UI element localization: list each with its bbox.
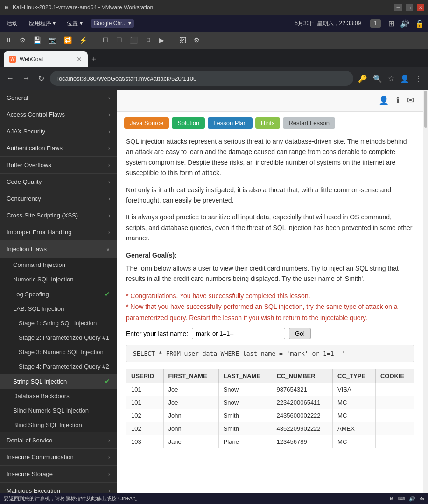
query-display: SELECT * FROM user_data WHERE last_name … [126,345,414,362]
sidebar-sub-item-lab-sql[interactable]: LAB: SQL Injection [0,301,117,316]
new-tab-button[interactable]: + [88,53,100,66]
sidebar-sub-item-log-spoofing[interactable]: Log Spoofing ✔ [0,287,117,301]
sidebar-sub-item-command-injection[interactable]: Command Injection [0,258,117,272]
para1: SQL injection attacks represent a seriou… [126,136,414,178]
sidebar-sub-item-numeric-sql[interactable]: Numeric SQL Injection [0,272,117,287]
sidebar-sub-item-string-sql[interactable]: String SQL Injection ✔ [0,374,117,389]
sidebar-item-denial-of-service[interactable]: Denial of Service › [0,432,117,449]
content-body: SQL injection attacks represent a seriou… [117,133,423,456]
solution-button[interactable]: Solution [172,117,205,129]
table-cell: 103 [126,435,164,448]
hints-button[interactable]: Hints [255,117,281,129]
reload-button[interactable]: ↻ [35,71,47,86]
close-button[interactable]: ✕ [417,4,424,11]
mail-icon[interactable]: ✉ [405,93,416,107]
completed-icon: ✔ [105,290,110,298]
vm-btn4[interactable]: ⚡ [77,35,89,46]
search-icon[interactable]: 🔍 [371,72,384,85]
browser-tab-webgoat[interactable]: W WebGoat ✕ [4,51,88,67]
sidebar-item-cross-site-scripting[interactable]: Cross-Site Scripting (XSS) › [0,207,117,224]
results-table: USERID FIRST_NAME LAST_NAME CC_NUMBER CC… [126,369,414,448]
restart-lesson-button[interactable]: Restart Lesson [283,117,335,129]
sidebar-sub-item-database-backdoors[interactable]: Database Backdoors [0,389,117,403]
sidebar-item-insecure-storage[interactable]: Insecure Storage › [0,466,117,483]
lesson-plan-button[interactable]: Lesson Plan [208,117,253,129]
vm-btn7[interactable]: ⬛ [128,35,140,46]
col-ccnumber: CC_NUMBER [272,369,332,383]
col-firstname: FIRST_NAME [163,369,218,383]
sidebar-sub-item-blind-numeric[interactable]: Blind Numeric SQL Injection [0,403,117,418]
table-cell: Smith [218,409,272,422]
sidebar-item-malicious-execution[interactable]: Malicious Execution › [0,483,117,493]
table-cell: Snow [218,383,272,396]
scrollbar[interactable] [423,90,428,493]
bookmark-icon[interactable]: ☆ [386,72,396,85]
user-icon[interactable]: 👤 [377,93,391,107]
sidebar-item-insecure-communication[interactable]: Insecure Communication › [0,449,117,466]
profile-icon[interactable]: 👤 [398,72,411,85]
sidebar-item-concurrency[interactable]: Concurrency › [0,190,117,207]
sidebar-item-injection-flaws[interactable]: Injection Flaws ∨ [0,241,117,258]
taskbar-location[interactable]: 位置 ▾ [64,19,85,28]
status-icon2: ⌨ [398,496,405,502]
vm-btn11[interactable]: ⚙ [192,35,202,46]
table-cell: MC [333,435,376,448]
table-row: 101JoeSnow987654321VISA [126,383,414,396]
vm-btn6[interactable]: ☐ [114,35,124,46]
table-cell: Snow [218,396,272,409]
sidebar-sub-item-blind-string[interactable]: Blind String SQL Injection [0,418,117,432]
info-icon[interactable]: ℹ [394,93,401,107]
status-icon4: 🖧 [419,496,424,501]
sidebar-item-access-control-flaws[interactable]: Access Control Flaws › [0,106,117,123]
taskbar-activity[interactable]: 活动 [4,19,21,28]
sidebar-sub-item-stage1[interactable]: Stage 1: String SQL Injection [0,316,117,330]
table-cell [375,409,414,422]
forward-button[interactable]: → [20,71,33,85]
sidebar-sub-item-stage2[interactable]: Stage 2: Parameterized Query #1 [0,330,117,345]
chevron-icon: › [108,488,110,493]
chevron-icon: › [108,471,110,477]
sidebar-item-code-quality[interactable]: Code Quality › [0,174,117,190]
maximize-button[interactable]: □ [406,4,413,11]
sidebar-sub-item-stage3[interactable]: Stage 3: Numeric SQL Injection [0,345,117,359]
vm-btn8[interactable]: 🖥 [143,35,154,46]
table-cell [375,383,414,396]
status-message: 要返回到您的计算机，请将鼠标指针从此移出或按 Ctrl+Alt。 [4,495,140,502]
vm-btn1[interactable]: 💾 [31,35,43,46]
table-cell: AMEX [333,422,376,435]
sidebar-sub-item-stage4[interactable]: Stage 4: Parameterized Query #2 [0,359,117,374]
action-buttons: Java Source Solution Lesson Plan Hints R… [117,112,423,133]
chevron-icon: › [108,454,110,461]
table-cell: 123456789 [272,435,332,448]
back-button[interactable]: ← [4,71,17,85]
sidebar-item-authentication-flaws[interactable]: Authentication Flaws › [0,140,117,157]
menu-icon[interactable]: ⋮ [413,72,424,85]
vm-btn5[interactable]: ☐ [101,35,111,46]
para3: It is always good practice to sanitize a… [126,212,414,243]
last-name-input[interactable] [192,328,285,339]
minimize-button[interactable]: ─ [394,4,402,11]
table-row: 101JoeSnow2234200065411MC [126,396,414,409]
java-source-button[interactable]: Java Source [124,117,169,129]
sidebar-item-buffer-overflows[interactable]: Buffer Overflows › [0,157,117,174]
tab-close-button[interactable]: ✕ [77,56,82,63]
scrollbar-thumb [424,91,427,128]
vm-btn10[interactable]: 🖼 [178,35,188,46]
key-icon[interactable]: 🔑 [356,72,369,85]
pause-btn[interactable]: ⏸ [4,35,14,46]
vm-btn2[interactable]: 📷 [47,35,58,46]
toolbar: ⏸ ⚙ 💾 📷 🔁 ⚡ ☐ ☐ ⬛ 🖥 ▶ 🖼 ⚙ [0,32,428,49]
go-button[interactable]: Go! [289,328,311,339]
vm-btn9[interactable]: ▶ [157,35,166,46]
sidebar-item-improper-error-handling[interactable]: Improper Error Handling › [0,224,117,241]
table-cell [375,435,414,448]
workspace-num[interactable]: 1 [370,19,381,28]
sidebar-item-general[interactable]: General › [0,90,117,106]
address-input[interactable] [50,71,353,86]
taskbar-chrome[interactable]: Google Chr... ▾ [91,19,134,28]
taskbar-apps[interactable]: 应用程序 ▾ [26,19,58,28]
vm-btn3[interactable]: 🔁 [62,35,74,46]
vm-settings-btn[interactable]: ⚙ [18,35,28,46]
taskbar-volume-icon: 🔊 [400,19,409,28]
sidebar-item-ajax-security[interactable]: AJAX Security › [0,123,117,140]
